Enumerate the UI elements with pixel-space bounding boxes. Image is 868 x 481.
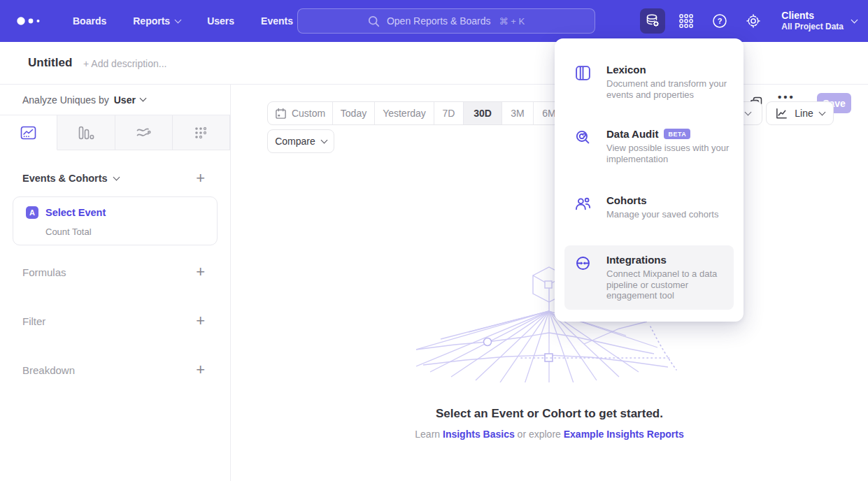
- breakdown-label: Breakdown: [22, 364, 75, 376]
- date-range-today[interactable]: Today: [333, 102, 375, 124]
- apps-grid-button[interactable]: [674, 8, 699, 34]
- settings-button[interactable]: [741, 8, 766, 34]
- nav-item-label: Events: [261, 15, 293, 27]
- project-selector[interactable]: Clients All Project Data: [781, 10, 857, 33]
- project-info: Clients All Project Data: [781, 10, 844, 33]
- nav-item-label: Reports: [133, 15, 170, 27]
- analyze-by-dropdown[interactable]: User: [114, 94, 145, 106]
- events-cohorts-label: Events & Cohorts: [22, 173, 108, 184]
- select-event-button[interactable]: Select Event: [45, 207, 106, 218]
- cohorts-icon: [574, 194, 592, 220]
- date-range-custom[interactable]: Custom: [268, 102, 333, 124]
- learn-text: Learn: [415, 429, 440, 440]
- formulas-label: Formulas: [22, 266, 66, 278]
- date-range-label: Yesterday: [383, 108, 426, 119]
- menu-item-title: Integrations: [606, 254, 667, 266]
- mixpanel-dots-logo[interactable]: [15, 14, 46, 28]
- formulas-row: Formulas +: [0, 264, 230, 280]
- global-search-input[interactable]: Open Reports & Boards ⌘ + K: [297, 8, 595, 34]
- menu-item-integrations[interactable]: Integrations Connect Mixpanel to a data …: [564, 245, 734, 310]
- nav-item-users[interactable]: Users: [207, 15, 234, 27]
- menu-item-cohorts[interactable]: Cohorts Manage your saved cohorts: [564, 186, 734, 229]
- help-icon: ?: [711, 13, 728, 29]
- tab-retention[interactable]: [173, 115, 230, 150]
- compare-dropdown[interactable]: Compare: [267, 129, 334, 153]
- breakdown-row: Breakdown +: [0, 361, 230, 378]
- nav-item-events[interactable]: Events: [261, 15, 293, 27]
- top-navbar: Boards Reports Users Events Open Reports…: [0, 0, 868, 42]
- search-icon: [368, 15, 380, 27]
- menu-item-lexicon[interactable]: Lexicon Document and transform your even…: [564, 55, 734, 108]
- insights-basics-link[interactable]: Insights Basics: [443, 429, 515, 440]
- chevron-down-icon: [818, 108, 825, 115]
- report-title[interactable]: Untitled: [28, 56, 72, 70]
- chart-type-label: Line: [795, 108, 813, 119]
- beta-badge: BETA: [664, 129, 690, 139]
- add-filter-button[interactable]: +: [196, 314, 205, 328]
- empty-state-heading: Select an Event or Cohort to get started…: [231, 407, 868, 421]
- insights-line-chart-icon: [20, 126, 36, 140]
- menu-item-text: Cohorts Manage your saved cohorts: [606, 194, 730, 220]
- date-range-label: Today: [341, 108, 367, 119]
- analyze-value: User: [114, 94, 136, 106]
- count-total-dropdown[interactable]: Count Total: [45, 227, 92, 237]
- analyze-row: Analyze Uniques by User: [0, 85, 230, 115]
- nav-item-reports[interactable]: Reports: [133, 15, 180, 27]
- add-formula-button[interactable]: +: [196, 265, 205, 279]
- example-reports-link[interactable]: Example Insights Reports: [564, 429, 684, 440]
- database-gear-icon: [644, 13, 661, 29]
- date-range-label: 3M: [511, 108, 524, 119]
- event-card[interactable]: A Select Event Count Total: [13, 196, 218, 245]
- menu-item-desc: View possible issues with your implement…: [606, 143, 730, 164]
- mixpanel-insights-app: Boards Reports Users Events Open Reports…: [0, 0, 868, 481]
- nav-item-boards[interactable]: Boards: [73, 15, 106, 27]
- date-range-yesterday[interactable]: Yesterday: [375, 102, 434, 124]
- date-range-3m[interactable]: 3M: [502, 102, 534, 124]
- menu-item-desc: Document and transform your events and p…: [606, 78, 730, 100]
- line-chart-icon: [775, 107, 788, 120]
- menu-item-title: Lexicon: [606, 64, 646, 76]
- filter-label: Filter: [22, 315, 45, 327]
- data-management-button[interactable]: [640, 8, 665, 34]
- search-placeholder-text: Open Reports & Boards: [387, 15, 491, 27]
- filter-row: Filter +: [0, 313, 230, 329]
- date-range-7d[interactable]: 7D: [434, 102, 464, 124]
- retention-dots-icon: [194, 126, 208, 140]
- analyze-label: Analyze Uniques by: [22, 94, 109, 106]
- date-range-30d-active[interactable]: 30D: [464, 102, 502, 124]
- events-cohorts-header[interactable]: Events & Cohorts: [22, 173, 119, 184]
- events-cohorts-row: Events & Cohorts +: [0, 170, 230, 187]
- calendar-icon: [275, 108, 287, 120]
- help-button[interactable]: ?: [707, 8, 732, 34]
- bar-chart-icon: [78, 126, 94, 140]
- menu-item-title: Cohorts: [606, 194, 647, 206]
- chevron-down-icon: [175, 16, 182, 23]
- chevron-down-icon: [113, 173, 120, 180]
- compare-label: Compare: [275, 136, 315, 147]
- nav-item-label: Boards: [73, 15, 106, 27]
- menu-item-data-audit[interactable]: Data Audit BETA View possible issues wit…: [564, 120, 734, 173]
- tab-bar-chart[interactable]: [57, 115, 115, 150]
- search-shortcut-hint: ⌘ + K: [499, 16, 525, 27]
- menu-item-title: Data Audit: [606, 128, 658, 140]
- tab-flows[interactable]: [115, 115, 173, 150]
- data-management-dropdown-menu: Lexicon Document and transform your even…: [555, 38, 744, 322]
- lexicon-icon: [574, 64, 592, 100]
- date-range-label: 6M: [542, 108, 555, 119]
- tab-insights-line[interactable]: [0, 115, 57, 150]
- chevron-down-icon: [320, 136, 327, 143]
- apps-grid-icon: [678, 13, 694, 29]
- add-description-field[interactable]: + Add description...: [83, 58, 166, 69]
- project-name: Clients: [781, 10, 844, 22]
- add-breakdown-button[interactable]: +: [196, 363, 205, 377]
- empty-state-subtext: Learn Insights Basics or explore Example…: [231, 429, 868, 440]
- menu-item-text: Data Audit BETA View possible issues wit…: [606, 128, 730, 164]
- add-event-button[interactable]: +: [196, 171, 205, 185]
- chart-type-tabs: [0, 115, 230, 150]
- menu-item-text: Lexicon Document and transform your even…: [606, 64, 730, 100]
- menu-item-desc: Connect Mixpanel to a data pipeline or c…: [606, 268, 730, 301]
- project-scope: All Project Data: [781, 22, 844, 32]
- chevron-down-icon: [139, 95, 146, 102]
- flows-icon: [136, 126, 151, 140]
- chart-type-dropdown[interactable]: Line: [766, 101, 834, 125]
